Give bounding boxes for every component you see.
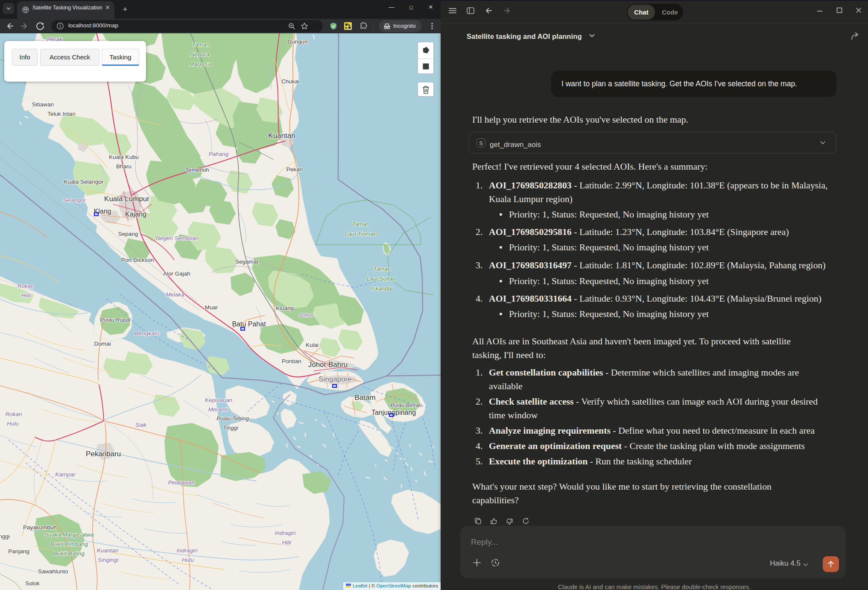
- svg-text:Kampar: Kampar: [55, 471, 76, 478]
- svg-text:Meranti: Meranti: [208, 406, 228, 413]
- svg-text:Rokan: Rokan: [5, 411, 22, 417]
- svg-text:Taman: Taman: [374, 266, 391, 272]
- svg-text:Kuala Selangor: Kuala Selangor: [64, 179, 104, 185]
- svg-text:Kuala Kubu: Kuala Kubu: [109, 154, 139, 160]
- svg-text:Hulu: Hulu: [182, 557, 194, 563]
- svg-text:Bukit Baling: Bukit Baling: [54, 550, 85, 557]
- svg-text:Iskandar: Iskandar: [371, 285, 393, 292]
- svg-text:Siak: Siak: [135, 422, 147, 428]
- svg-text:Indragiri: Indragiri: [275, 530, 296, 536]
- svg-text:Batu Pahat: Batu Pahat: [232, 320, 266, 328]
- svg-text:Hilir: Hilir: [282, 539, 292, 546]
- svg-text:Sawahlunto: Sawahlunto: [38, 568, 68, 575]
- svg-text:Kepulauan: Kepulauan: [205, 397, 233, 403]
- svg-text:Selangor: Selangor: [63, 197, 86, 203]
- svg-text:Pekan: Pekan: [286, 166, 303, 173]
- svg-text:Port Dickson: Port Dickson: [121, 257, 154, 263]
- svg-text:Indragiri: Indragiri: [177, 547, 198, 554]
- svg-text:Suaka Margasatwa: Suaka Margasatwa: [44, 531, 94, 538]
- svg-text:Bukit Rimbang: Bukit Rimbang: [50, 541, 88, 547]
- svg-text:Kuala Lumpur: Kuala Lumpur: [104, 195, 149, 203]
- svg-text:Hilir: Hilir: [21, 292, 32, 299]
- svg-text:Tinggi: Tinggi: [223, 425, 238, 431]
- svg-text:Kuantan: Kuantan: [268, 132, 295, 140]
- svg-text:Dungun: Dungun: [287, 38, 307, 45]
- svg-text:Tanjungpinang: Tanjungpinang: [371, 409, 416, 416]
- svg-text:Negara: Negara: [190, 51, 210, 58]
- svg-text:Solok: Solok: [25, 580, 40, 587]
- svg-text:Pontian: Pontian: [282, 358, 301, 364]
- svg-text:Hulu: Hulu: [7, 420, 19, 427]
- svg-text:Laut Tioman: Laut Tioman: [345, 231, 377, 237]
- svg-text:Panjang: Panjang: [8, 548, 29, 555]
- svg-text:Kajang: Kajang: [125, 211, 146, 218]
- svg-text:Johor: Johor: [298, 312, 313, 318]
- svg-text:nggi: nggi: [0, 533, 10, 540]
- svg-text:Temerloh: Temerloh: [185, 167, 209, 173]
- svg-text:Singingi: Singingi: [98, 557, 119, 563]
- svg-text:Kulai: Kulai: [306, 342, 319, 348]
- svg-text:Chukai: Chukai: [281, 78, 299, 85]
- svg-text:Negeri Sembilan: Negeri Sembilan: [156, 235, 199, 241]
- svg-text:Singapore: Singapore: [319, 375, 352, 383]
- svg-text:Sepang: Sepang: [118, 231, 138, 237]
- svg-text:Pulau Rupat: Pulau Rupat: [100, 317, 131, 323]
- svg-text:Pulau Tebing: Pulau Tebing: [216, 415, 249, 422]
- svg-text:Payakumbuh: Payakumbuh: [23, 524, 57, 531]
- svg-text:Teluk Intan: Teluk Intan: [47, 111, 75, 117]
- svg-text:Kuantan: Kuantan: [97, 547, 118, 554]
- svg-text:Sitiawan: Sitiawan: [32, 101, 54, 108]
- svg-text:Pekanbaru: Pekanbaru: [86, 450, 121, 458]
- svg-text:Pelalawan: Pelalawan: [168, 479, 195, 486]
- svg-text:Dumai: Dumai: [94, 340, 111, 347]
- svg-text:Segamat: Segamat: [235, 258, 258, 265]
- svg-text:Johor Bahru: Johor Bahru: [308, 361, 348, 369]
- svg-text:Pahang: Pahang: [209, 151, 229, 157]
- svg-text:Bengkalis: Bengkalis: [135, 330, 160, 337]
- svg-text:Melaka: Melaka: [166, 291, 184, 298]
- svg-text:Muar: Muar: [205, 304, 218, 311]
- svg-text:Kluang: Kluang: [276, 305, 294, 311]
- svg-text:Laut Sultan: Laut Sultan: [367, 276, 396, 282]
- svg-text:Batam: Batam: [354, 393, 375, 402]
- svg-text:Taman: Taman: [192, 41, 210, 48]
- svg-text:Malaysia: Malaysia: [189, 61, 212, 68]
- svg-text:Rokan: Rokan: [17, 283, 34, 289]
- svg-text:Pulau Bintan: Pulau Bintan: [390, 402, 422, 408]
- svg-text:Bharu: Bharu: [116, 163, 132, 170]
- svg-text:Taman: Taman: [352, 221, 370, 227]
- svg-text:Alor Gajah: Alor Gajah: [163, 270, 190, 277]
